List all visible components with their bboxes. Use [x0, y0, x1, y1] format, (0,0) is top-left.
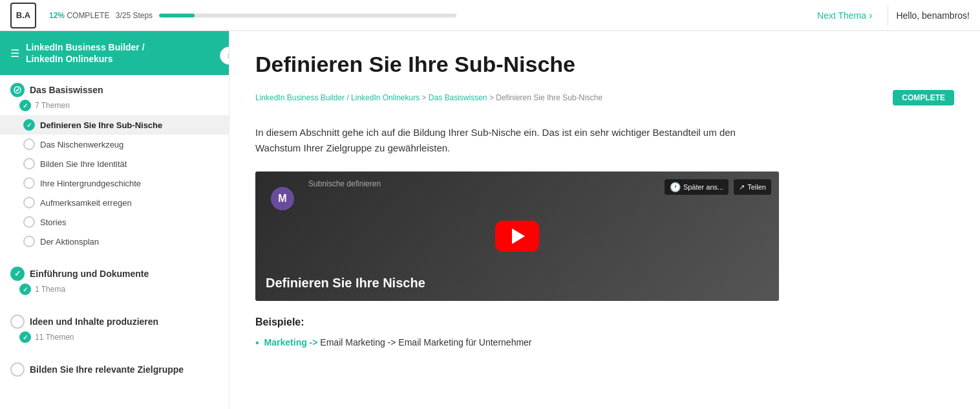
section-einfuhrung-count: 1 Thema [0, 283, 229, 299]
lesson-dot-nischenwerkzeug [23, 138, 35, 150]
section-ideen-title: Ideen und Inhalte produzieren [30, 316, 158, 327]
section-basiswissen-title: Das Basiswissen [30, 85, 103, 95]
user-greeting: Hello, benambros! [896, 10, 970, 21]
example-dark-text: Email Marketing -> Email Marketing für U… [320, 337, 531, 348]
video-title: Definieren Sie Ihre Nische [266, 276, 727, 291]
section-basiswissen-count: 7 Themen [0, 100, 229, 115]
lesson-item-hintergrundgeschichte[interactable]: Ihre Hintergrundgeschichte [0, 173, 229, 193]
intro-text: In diesem Abschnitt gehe ich auf die Bil… [255, 125, 772, 156]
video-controls: 🕐 Später ans... ↗ Teilen [665, 179, 771, 195]
section-einfuhrung-header[interactable]: Einführung und Dokumente [0, 259, 229, 283]
section-bilden-title: Bilden Sie Ihre relevante Zielgruppe [30, 364, 184, 375]
watch-later-label: Später ans... [683, 183, 723, 191]
section-ideen: Ideen und Inhalte produzieren 11 Themen [0, 307, 229, 347]
lesson-dot-aufmerksamkeit [23, 197, 35, 208]
content-area: Definieren Sie Ihre Sub-Nische LinkedIn … [229, 31, 980, 409]
breadcrumb-link-course[interactable]: LinkedIn Business Builder / LinkedIn Onl… [255, 93, 420, 102]
section-ideen-count-label: 11 Themen [35, 333, 74, 342]
lesson-label-aktionsplan: Der Aktionsplan [40, 237, 99, 247]
section-basiswissen-count-icon [19, 100, 31, 111]
breadcrumb-separator-1: > [422, 93, 429, 102]
lesson-item-stories[interactable]: Stories [0, 212, 229, 232]
lesson-label-aufmerksamkeit: Aufmerksamkeit erregen [40, 198, 132, 208]
lesson-dot-stories [23, 216, 35, 228]
section-ideen-icon [10, 315, 25, 329]
section-basiswissen-icon [10, 83, 25, 97]
video-container[interactable]: M Subnische definieren Definieren Sie Ih… [255, 171, 779, 301]
breadcrumb-separator-2: > [489, 93, 496, 102]
example-text: Marketing -> Email Marketing -> Email Ma… [264, 336, 532, 349]
lesson-item-nischenwerkzeug[interactable]: Das Nischenwerkzeug [0, 135, 229, 154]
section-basiswissen: Das Basiswissen 7 Themen Definieren Sie … [0, 75, 229, 251]
lesson-item-aktionsplan[interactable]: Der Aktionsplan [0, 232, 229, 251]
section-einfuhrung-count-icon [19, 283, 31, 295]
progress-bar-fill [159, 14, 195, 17]
lesson-label-sub-nische: Definieren Sie Ihre Sub-Nische [40, 120, 162, 130]
progress-pct: 12% [49, 11, 65, 20]
video-channel-name: Subnische definieren [308, 179, 381, 188]
youtube-play-button[interactable] [495, 221, 539, 252]
logo: B.A [10, 3, 36, 28]
section-ideen-count: 11 Themen [0, 331, 229, 347]
lesson-item-sub-nische[interactable]: Definieren Sie Ihre Sub-Nische [0, 115, 229, 135]
sidebar-header[interactable]: ☰ LinkedIn Business Builder / LinkedIn O… [0, 31, 229, 75]
sidebar-header-icon: ☰ [10, 47, 19, 60]
section-einfuhrung: Einführung und Dokumente 1 Thema [0, 259, 229, 299]
lesson-label-stories: Stories [40, 217, 66, 227]
video-thumbnail: M Subnische definieren Definieren Sie Ih… [255, 171, 779, 301]
section-basiswissen-count-label: 7 Themen [35, 101, 70, 110]
share-label: Teilen [747, 183, 766, 191]
lesson-label-hintergrundgeschichte: Ihre Hintergrundgeschichte [40, 179, 141, 188]
section-ideen-header[interactable]: Ideen und Inhalte produzieren [0, 307, 229, 331]
video-channel-icon: M [271, 187, 294, 210]
complete-badge: COMPLETE [893, 90, 954, 105]
example-teal-text: Marketing -> [264, 337, 318, 348]
lesson-dot-aktionsplan [23, 236, 35, 247]
section-ideen-count-icon [19, 331, 31, 343]
lesson-label-nischenwerkzeug: Das Nischenwerkzeug [40, 140, 123, 149]
example-item-marketing: • Marketing -> Email Marketing -> Email … [255, 336, 954, 349]
section-einfuhrung-title: Einführung und Dokumente [30, 269, 149, 279]
main-layout: ☰ LinkedIn Business Builder / LinkedIn O… [0, 31, 980, 409]
section-bilden: Bilden Sie Ihre relevante Zielgruppe [0, 355, 229, 379]
progress-label: 12% COMPLETE 3/25 Steps [49, 11, 153, 20]
clock-icon: 🕐 [670, 182, 681, 192]
breadcrumb-link-section[interactable]: Das Basiswissen [429, 93, 487, 102]
section-einfuhrung-count-label: 1 Thema [35, 285, 65, 294]
chevron-right-icon: › [869, 10, 872, 21]
progress-area: 12% COMPLETE 3/25 Steps [49, 11, 456, 20]
lesson-dot-hintergrundgeschichte [23, 177, 35, 189]
lesson-dot-identitat [23, 158, 35, 170]
section-bilden-icon [10, 362, 25, 377]
steps-label: 3/25 Steps [116, 11, 153, 20]
next-thema-label: Next Thema [817, 10, 866, 21]
section-bilden-header[interactable]: Bilden Sie Ihre relevante Zielgruppe [0, 355, 229, 379]
examples-label: Beispiele: [255, 316, 954, 328]
breadcrumb: LinkedIn Business Builder / LinkedIn Onl… [255, 93, 602, 102]
watch-later-button[interactable]: 🕐 Später ans... [665, 179, 729, 195]
share-button[interactable]: ↗ Teilen [734, 179, 771, 195]
progress-bar [159, 14, 456, 17]
bullet-icon: • [255, 337, 259, 349]
breadcrumb-row: LinkedIn Business Builder / LinkedIn Onl… [255, 90, 954, 112]
progress-complete-label: COMPLETE [67, 11, 109, 20]
sidebar-header-title: LinkedIn Business Builder / LinkedIn Onl… [26, 41, 145, 65]
sidebar: ☰ LinkedIn Business Builder / LinkedIn O… [0, 31, 229, 409]
topbar: B.A 12% COMPLETE 3/25 Steps Next Thema ›… [0, 0, 980, 31]
section-basiswissen-header[interactable]: Das Basiswissen [0, 75, 229, 100]
section-einfuhrung-check [10, 267, 25, 281]
next-thema-button[interactable]: Next Thema › [809, 10, 880, 21]
share-icon: ↗ [739, 183, 745, 192]
breadcrumb-current: Definieren Sie Ihre Sub-Nische [496, 93, 602, 102]
lesson-item-aufmerksamkeit[interactable]: Aufmerksamkeit erregen [0, 193, 229, 212]
lesson-label-identitat: Bilden Sie Ihre Identität [40, 159, 127, 169]
examples-section: Beispiele: • Marketing -> Email Marketin… [255, 316, 954, 349]
lesson-item-identitat[interactable]: Bilden Sie Ihre Identität [0, 154, 229, 173]
play-triangle-icon [512, 228, 525, 244]
topbar-divider [888, 5, 888, 26]
page-title: Definieren Sie Ihre Sub-Nische [255, 52, 954, 77]
lesson-dot-completed [23, 119, 35, 131]
